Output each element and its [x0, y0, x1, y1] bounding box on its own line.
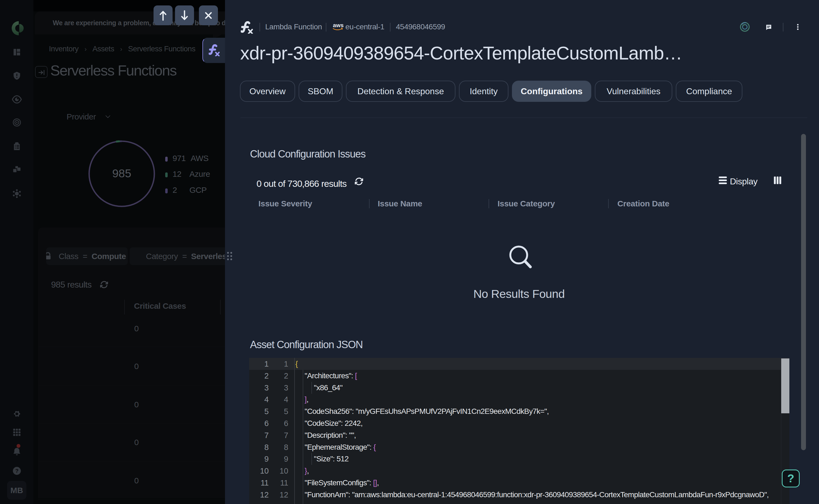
svg-text:?: ?	[15, 468, 18, 474]
svg-text:aws: aws	[333, 22, 343, 28]
